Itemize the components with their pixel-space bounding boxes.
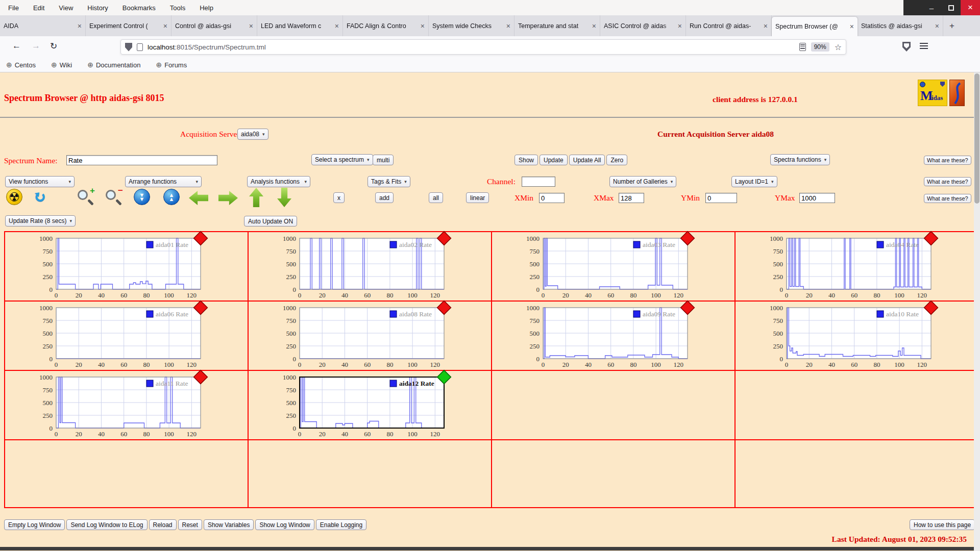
- scrollbar[interactable]: [974, 72, 980, 551]
- number-of-galleries-select[interactable]: Number of Galleries▾: [609, 176, 676, 187]
- move-left-icon[interactable]: [189, 191, 208, 205]
- spectrum-chart-aida01[interactable]: 02505007501000020406080100120aida01 Rate: [5, 232, 208, 300]
- gallery-cell[interactable]: 02505007501000020406080100120aida01 Rate: [5, 232, 249, 302]
- account-shield-icon[interactable]: [902, 42, 911, 52]
- zoom-in-icon[interactable]: +: [77, 189, 95, 207]
- tab-close-icon[interactable]: ×: [678, 22, 682, 30]
- auto-update-button[interactable]: Auto Update ON: [244, 216, 297, 227]
- menu-edit[interactable]: Edit: [33, 4, 44, 12]
- tab-close-icon[interactable]: ×: [249, 22, 253, 30]
- spectrum-chart-aida06[interactable]: 02505007501000020406080100120aida06 Rate: [5, 302, 208, 370]
- bookmark-documentation[interactable]: ⊕Documentation: [87, 61, 140, 69]
- gallery-cell[interactable]: 02505007501000020406080100120aida04 Rate: [736, 232, 975, 302]
- tracking-shield-icon[interactable]: [125, 43, 132, 52]
- bookmark-wiki[interactable]: ⊕Wiki: [51, 61, 72, 69]
- footer-button-reset[interactable]: Reset: [178, 519, 202, 530]
- tab-close-icon[interactable]: ×: [506, 22, 510, 30]
- tab-temperature-and-stat[interactable]: Temperature and stat×: [514, 15, 600, 36]
- tab-close-icon[interactable]: ×: [335, 22, 339, 30]
- zoom-level-badge[interactable]: 90%: [811, 42, 829, 52]
- tab-close-icon[interactable]: ×: [592, 22, 596, 30]
- tab-close-icon[interactable]: ×: [78, 22, 82, 30]
- footer-button-reload[interactable]: Reload: [149, 519, 177, 530]
- view-functions-select[interactable]: View functions▾: [5, 176, 75, 187]
- url-text[interactable]: localhost:8015/Spectrum/Spectrum.tml: [148, 43, 799, 51]
- update-button[interactable]: Update: [540, 155, 568, 165]
- menu-hamburger-icon[interactable]: [920, 43, 928, 49]
- gallery-cell[interactable]: 02505007501000020406080100120aida09 Rate: [492, 302, 736, 371]
- menu-view[interactable]: View: [59, 4, 73, 12]
- acquisition-server-select[interactable]: aida08▾: [237, 129, 268, 140]
- reload-icon[interactable]: ↻: [50, 41, 57, 52]
- spectrum-chart-aida08[interactable]: 02505007501000020406080100120aida08 Rate: [249, 302, 452, 370]
- footer-button-show-log-window[interactable]: Show Log Window: [255, 519, 314, 530]
- reader-mode-icon[interactable]: [799, 43, 806, 51]
- tab-run-control-aidas[interactable]: Run Control @ aidas-×: [686, 15, 772, 36]
- select-spectrum-select[interactable]: Select a spectrum▾: [311, 154, 373, 165]
- tab-close-icon[interactable]: ×: [850, 22, 854, 31]
- tab-aida[interactable]: AIDA×: [0, 15, 86, 36]
- tab-close-icon[interactable]: ×: [935, 22, 939, 30]
- all-button[interactable]: all: [429, 192, 443, 203]
- gallery-cell[interactable]: 02505007501000020406080100120aida08 Rate: [249, 302, 492, 371]
- spectrum-chart-aida11[interactable]: 02505007501000020406080100120aida11 Rate: [5, 371, 208, 439]
- bookmark-centos[interactable]: ⊕Centos: [6, 61, 36, 69]
- minimize-button[interactable]: –: [922, 0, 941, 15]
- tab-system-wide-checks[interactable]: System wide Checks×: [429, 15, 514, 36]
- x-button[interactable]: x: [333, 192, 345, 203]
- footer-button-show-variables[interactable]: Show Variables: [204, 519, 254, 530]
- channel-input[interactable]: [522, 177, 555, 187]
- footer-button-empty-log-window[interactable]: Empty Log Window: [4, 519, 65, 530]
- new-tab-button[interactable]: +: [943, 15, 961, 36]
- spectrum-chart-aida10[interactable]: 02505007501000020406080100120aida10 Rate: [736, 302, 939, 370]
- spectrum-chart-aida04[interactable]: 02505007501000020406080100120aida04 Rate: [736, 232, 939, 300]
- gallery-cell[interactable]: 02505007501000020406080100120aida03 Rate: [492, 232, 736, 302]
- xmax-input[interactable]: [619, 193, 644, 203]
- zero-button[interactable]: Zero: [606, 155, 627, 165]
- what-are-these-button-1[interactable]: What are these?: [924, 156, 971, 165]
- spectrum-chart-aida09[interactable]: 02505007501000020406080100120aida09 Rate: [492, 302, 695, 370]
- spectrum-chart-aida03[interactable]: 02505007501000020406080100120aida03 Rate: [492, 232, 695, 300]
- tab-statistics-aidas-gsi[interactable]: Statistics @ aidas-gsi×: [857, 15, 943, 36]
- arrange-functions-select[interactable]: Arrange functions▾: [125, 176, 202, 187]
- back-icon[interactable]: ←: [12, 41, 21, 51]
- tab-control-aidas-gsi[interactable]: Control @ aidas-gsi×: [172, 15, 257, 36]
- spectrum-chart-aida02[interactable]: 02505007501000020406080100120aida02 Rate: [249, 232, 452, 300]
- bookmark-forums[interactable]: ⊕Forums: [156, 61, 187, 69]
- update-all-button[interactable]: Update All: [569, 155, 605, 165]
- analysis-functions-select[interactable]: Analysis functions▾: [247, 176, 310, 187]
- ymax-input[interactable]: [799, 193, 835, 203]
- page-info-icon[interactable]: [137, 43, 143, 51]
- spectrum-chart-aida12[interactable]: 02505007501000020406080100120aida12 Rate: [249, 371, 452, 439]
- zoom-out-icon[interactable]: −: [105, 189, 123, 207]
- url-bar[interactable]: localhost:8015/Spectrum/Spectrum.tml 90%…: [120, 39, 846, 55]
- gallery-cell[interactable]: 02505007501000020406080100120aida12 Rate: [249, 371, 492, 440]
- shift-up-icon[interactable]: ▲▲: [163, 189, 180, 205]
- layout-id-select[interactable]: Layout ID=1▾: [731, 176, 777, 187]
- bookmark-star-icon[interactable]: ☆: [835, 42, 842, 52]
- tab-fadc-align-contro[interactable]: FADC Align & Contro×: [343, 15, 429, 36]
- ymin-input[interactable]: [705, 193, 737, 203]
- tab-close-icon[interactable]: ×: [764, 22, 768, 30]
- gallery-cell[interactable]: 02505007501000020406080100120aida11 Rate: [5, 371, 249, 440]
- menu-help[interactable]: Help: [200, 4, 213, 12]
- show-button[interactable]: Show: [514, 155, 538, 165]
- spectra-functions-select[interactable]: Spectra functions▾: [770, 154, 830, 165]
- update-rate-select[interactable]: Update Rate (8 secs)▾: [5, 215, 76, 227]
- maximize-button[interactable]: [941, 0, 961, 15]
- refresh-icon[interactable]: ↻: [33, 189, 46, 205]
- what-are-these-button-2[interactable]: What are these?: [924, 177, 971, 186]
- xmin-input[interactable]: [539, 193, 565, 203]
- spectrum-name-input[interactable]: [66, 155, 217, 165]
- tab-spectrum-browser[interactable]: Spectrum Browser (@×: [772, 17, 857, 36]
- tab-led-and-waveform-c[interactable]: LED and Waveform c×: [257, 15, 343, 36]
- multi-button[interactable]: multi: [373, 155, 394, 165]
- close-button[interactable]: ×: [961, 0, 980, 15]
- tab-close-icon[interactable]: ×: [163, 22, 167, 30]
- tab-close-icon[interactable]: ×: [421, 22, 425, 30]
- menu-history[interactable]: History: [87, 4, 108, 12]
- gallery-cell[interactable]: 02505007501000020406080100120aida10 Rate: [736, 302, 975, 371]
- tags-fits-select[interactable]: Tags & Fits▾: [368, 176, 410, 187]
- midas-logo[interactable]: M idas: [918, 80, 947, 106]
- radiation-icon[interactable]: ☢: [6, 189, 22, 205]
